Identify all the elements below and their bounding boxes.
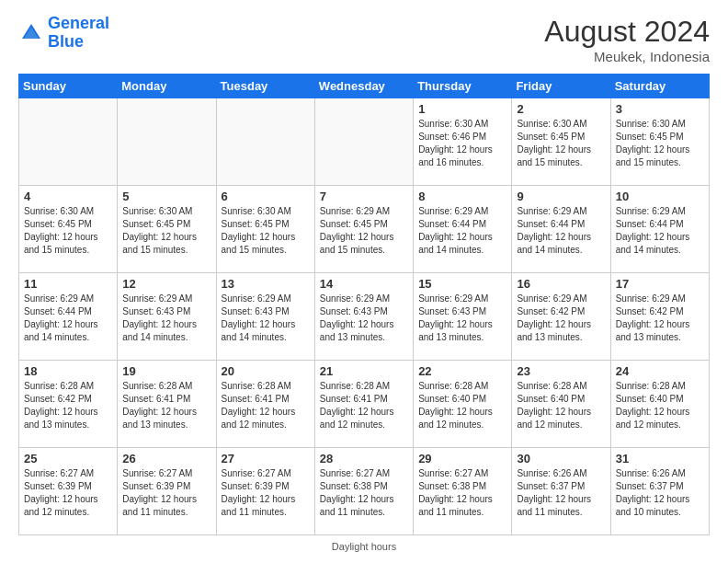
month-year: August 2024 (544, 15, 710, 49)
day-info: Sunrise: 6:29 AM Sunset: 6:43 PM Dayligh… (418, 293, 506, 344)
day-number: 8 (418, 190, 506, 203)
day-info: Sunrise: 6:30 AM Sunset: 6:45 PM Dayligh… (222, 205, 310, 257)
day-number: 16 (517, 277, 605, 291)
calendar-cell: 27Sunrise: 6:27 AM Sunset: 6:39 PM Dayli… (216, 448, 314, 535)
logo-general: General (48, 14, 109, 32)
day-info: Sunrise: 6:27 AM Sunset: 6:39 PM Dayligh… (122, 467, 210, 519)
calendar-cell: 26Sunrise: 6:27 AM Sunset: 6:39 PM Dayli… (118, 448, 216, 535)
calendar-cell: 4Sunrise: 6:30 AM Sunset: 6:45 PM Daylig… (19, 186, 118, 273)
calendar-cell (19, 98, 118, 186)
day-number: 18 (24, 364, 112, 378)
calendar-cell: 29Sunrise: 6:27 AM Sunset: 6:38 PM Dayli… (414, 448, 512, 535)
col-sunday: Sunday (19, 75, 118, 98)
day-number: 5 (122, 190, 210, 203)
calendar-cell: 17Sunrise: 6:29 AM Sunset: 6:42 PM Dayli… (610, 273, 709, 361)
calendar-cell: 1Sunrise: 6:30 AM Sunset: 6:46 PM Daylig… (414, 98, 512, 186)
day-number: 1 (418, 102, 506, 116)
day-info: Sunrise: 6:26 AM Sunset: 6:37 PM Dayligh… (517, 467, 605, 519)
calendar-cell: 5Sunrise: 6:30 AM Sunset: 6:45 PM Daylig… (118, 186, 216, 273)
day-info: Sunrise: 6:27 AM Sunset: 6:38 PM Dayligh… (418, 467, 506, 519)
day-number: 15 (418, 277, 506, 291)
day-info: Sunrise: 6:30 AM Sunset: 6:45 PM Dayligh… (122, 205, 210, 257)
daylight-label: Daylight hours (332, 541, 396, 552)
calendar-cell: 22Sunrise: 6:28 AM Sunset: 6:40 PM Dayli… (414, 361, 512, 448)
calendar-cell: 13Sunrise: 6:29 AM Sunset: 6:43 PM Dayli… (216, 273, 314, 361)
calendar-cell: 25Sunrise: 6:27 AM Sunset: 6:39 PM Dayli… (19, 448, 118, 535)
calendar-cell: 20Sunrise: 6:28 AM Sunset: 6:41 PM Dayli… (216, 361, 314, 448)
header: General Blue August 2024 Meukek, Indones… (18, 15, 710, 64)
logo: General Blue (18, 15, 109, 52)
calendar-week-3: 11Sunrise: 6:29 AM Sunset: 6:44 PM Dayli… (19, 273, 710, 361)
day-info: Sunrise: 6:29 AM Sunset: 6:44 PM Dayligh… (616, 205, 704, 257)
day-info: Sunrise: 6:29 AM Sunset: 6:43 PM Dayligh… (222, 293, 310, 344)
day-info: Sunrise: 6:29 AM Sunset: 6:44 PM Dayligh… (517, 205, 605, 257)
calendar-cell: 7Sunrise: 6:29 AM Sunset: 6:45 PM Daylig… (314, 186, 413, 273)
day-info: Sunrise: 6:30 AM Sunset: 6:45 PM Dayligh… (616, 118, 704, 169)
col-thursday: Thursday (414, 75, 512, 98)
calendar-cell (314, 98, 413, 186)
calendar-cell: 15Sunrise: 6:29 AM Sunset: 6:43 PM Dayli… (414, 273, 512, 361)
calendar-cell: 24Sunrise: 6:28 AM Sunset: 6:40 PM Dayli… (610, 361, 709, 448)
day-info: Sunrise: 6:30 AM Sunset: 6:45 PM Dayligh… (24, 205, 112, 257)
day-number: 30 (517, 452, 605, 465)
calendar-cell: 16Sunrise: 6:29 AM Sunset: 6:42 PM Dayli… (512, 273, 610, 361)
calendar-cell: 28Sunrise: 6:27 AM Sunset: 6:38 PM Dayli… (314, 448, 413, 535)
calendar-cell: 30Sunrise: 6:26 AM Sunset: 6:37 PM Dayli… (512, 448, 610, 535)
day-number: 2 (517, 102, 605, 116)
day-number: 25 (24, 452, 112, 465)
day-number: 31 (616, 452, 704, 465)
col-monday: Monday (118, 75, 216, 98)
day-info: Sunrise: 6:27 AM Sunset: 6:39 PM Dayligh… (222, 467, 310, 519)
day-info: Sunrise: 6:29 AM Sunset: 6:42 PM Dayligh… (517, 293, 605, 344)
day-number: 26 (122, 452, 210, 465)
day-number: 13 (222, 277, 310, 291)
day-info: Sunrise: 6:29 AM Sunset: 6:42 PM Dayligh… (616, 293, 704, 344)
day-number: 10 (616, 190, 704, 203)
day-number: 21 (320, 364, 408, 378)
footer: Daylight hours (18, 541, 710, 552)
day-number: 17 (616, 277, 704, 291)
day-info: Sunrise: 6:28 AM Sunset: 6:40 PM Dayligh… (517, 380, 605, 431)
calendar-cell: 10Sunrise: 6:29 AM Sunset: 6:44 PM Dayli… (610, 186, 709, 273)
day-number: 29 (418, 452, 506, 465)
day-number: 28 (320, 452, 408, 465)
day-info: Sunrise: 6:28 AM Sunset: 6:40 PM Dayligh… (418, 380, 506, 431)
location: Meukek, Indonesia (544, 49, 710, 64)
day-number: 20 (222, 364, 310, 378)
col-saturday: Saturday (610, 75, 709, 98)
col-tuesday: Tuesday (216, 75, 314, 98)
day-number: 7 (320, 190, 408, 203)
day-number: 23 (517, 364, 605, 378)
day-info: Sunrise: 6:27 AM Sunset: 6:38 PM Dayligh… (320, 467, 408, 519)
calendar-week-4: 18Sunrise: 6:28 AM Sunset: 6:42 PM Dayli… (19, 361, 710, 448)
day-number: 12 (122, 277, 210, 291)
calendar-week-1: 1Sunrise: 6:30 AM Sunset: 6:46 PM Daylig… (19, 98, 710, 186)
day-info: Sunrise: 6:28 AM Sunset: 6:41 PM Dayligh… (222, 380, 310, 431)
calendar-cell (216, 98, 314, 186)
calendar-cell: 2Sunrise: 6:30 AM Sunset: 6:45 PM Daylig… (512, 98, 610, 186)
day-info: Sunrise: 6:28 AM Sunset: 6:40 PM Dayligh… (616, 380, 704, 431)
day-info: Sunrise: 6:28 AM Sunset: 6:41 PM Dayligh… (122, 380, 210, 431)
calendar-cell: 3Sunrise: 6:30 AM Sunset: 6:45 PM Daylig… (610, 98, 709, 186)
day-info: Sunrise: 6:29 AM Sunset: 6:43 PM Dayligh… (320, 293, 408, 344)
calendar-cell: 6Sunrise: 6:30 AM Sunset: 6:45 PM Daylig… (216, 186, 314, 273)
day-number: 24 (616, 364, 704, 378)
day-number: 11 (24, 277, 112, 291)
day-number: 22 (418, 364, 506, 378)
logo-text: General Blue (48, 15, 109, 52)
calendar-cell: 18Sunrise: 6:28 AM Sunset: 6:42 PM Dayli… (19, 361, 118, 448)
day-number: 4 (24, 190, 112, 203)
calendar-cell: 21Sunrise: 6:28 AM Sunset: 6:41 PM Dayli… (314, 361, 413, 448)
day-number: 3 (616, 102, 704, 116)
logo-blue: Blue (48, 33, 109, 52)
day-number: 14 (320, 277, 408, 291)
calendar-week-2: 4Sunrise: 6:30 AM Sunset: 6:45 PM Daylig… (19, 186, 710, 273)
day-info: Sunrise: 6:30 AM Sunset: 6:46 PM Dayligh… (418, 118, 506, 169)
calendar-cell: 19Sunrise: 6:28 AM Sunset: 6:41 PM Dayli… (118, 361, 216, 448)
day-number: 19 (122, 364, 210, 378)
day-number: 9 (517, 190, 605, 203)
day-info: Sunrise: 6:28 AM Sunset: 6:41 PM Dayligh… (320, 380, 408, 431)
calendar-week-5: 25Sunrise: 6:27 AM Sunset: 6:39 PM Dayli… (19, 448, 710, 535)
day-info: Sunrise: 6:28 AM Sunset: 6:42 PM Dayligh… (24, 380, 112, 431)
calendar-cell: 23Sunrise: 6:28 AM Sunset: 6:40 PM Dayli… (512, 361, 610, 448)
